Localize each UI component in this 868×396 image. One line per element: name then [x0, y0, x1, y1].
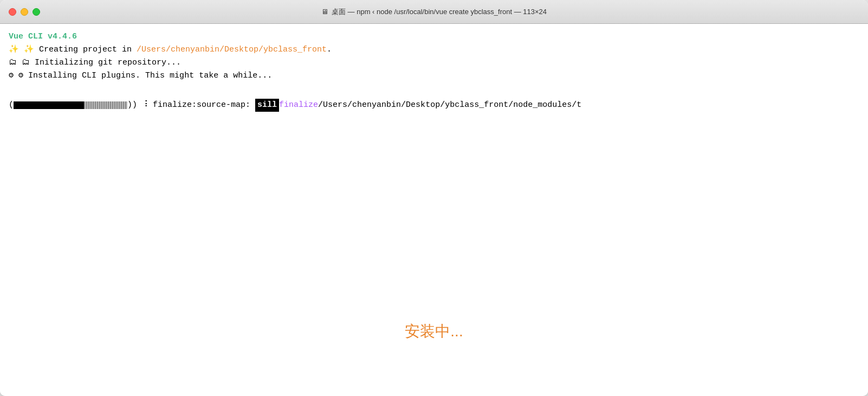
terminal-body[interactable]: Vue CLI v4.4.6 ✨ ✨ Creating project in /… — [0, 24, 868, 396]
progress-line: ( )) ⠸ finalize:source-map: sill finaliz… — [9, 99, 859, 112]
line1-suffix: . — [327, 45, 332, 54]
terminal-window: 🖥桌面 — npm ‹ node /usr/local/bin/vue crea… — [0, 0, 868, 396]
progress-empty-bar — [84, 101, 127, 109]
vue-cli-version-line: Vue CLI v4.4.6 — [9, 30, 859, 43]
while-dot: ... — [257, 71, 272, 80]
git-init-line: 🗂 🗂 Initializing git repository... — [9, 56, 859, 69]
window-title: 🖥桌面 — npm ‹ node /usr/local/bin/vue crea… — [321, 7, 547, 17]
node-modules-path: /Users/chenyanbin/Desktop/ybclass_front/… — [318, 99, 581, 112]
traffic-lights — [9, 8, 40, 16]
installing-plugins-text: ⚙ Installing CLI plugins. This might tak… — [18, 71, 257, 80]
empty-line — [9, 82, 859, 95]
git-init-text: 🗂 Initializing git repository... — [22, 58, 181, 67]
installing-plugins-line: ⚙ ⚙ Installing CLI plugins. This might t… — [9, 69, 859, 82]
minimize-button[interactable] — [21, 8, 28, 16]
close-button[interactable] — [9, 8, 16, 16]
progress-spinner: ( — [9, 99, 14, 112]
monitor-icon: 🖥 — [321, 8, 328, 16]
gear-icon: ⚙ — [9, 71, 14, 80]
maximize-button[interactable] — [33, 8, 40, 16]
creating-project-line: ✨ ✨ Creating project in /Users/chenyanbi… — [9, 43, 859, 56]
progress-close-paren: )) ⠸ finalize:source-map: — [127, 99, 255, 112]
project-path: /Users/chenyanbin/Desktop/ybclass_front — [137, 45, 327, 54]
sill-badge: sill — [255, 99, 279, 112]
titlebar: 🖥桌面 — npm ‹ node /usr/local/bin/vue crea… — [0, 0, 868, 24]
installing-label: 安装中... — [405, 321, 463, 342]
creating-text: ✨ Creating project in — [24, 45, 137, 54]
folder-icon: 🗂 — [9, 58, 17, 67]
finalize-word: finalize — [279, 99, 318, 112]
vue-cli-version-text: Vue CLI v4.4.6 — [9, 32, 77, 41]
sparkle-icon: ✨ — [9, 45, 19, 54]
progress-filled-bar — [14, 101, 84, 109]
